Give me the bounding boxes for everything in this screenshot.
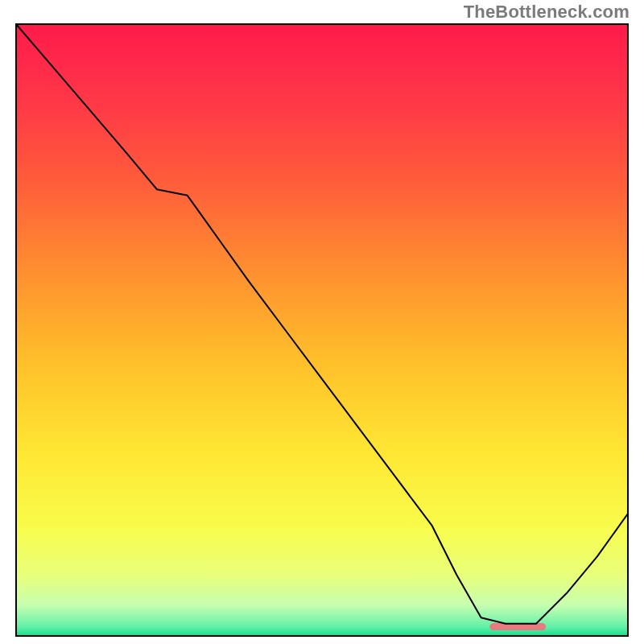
plot-background [16, 24, 628, 636]
bottleneck-chart [0, 0, 644, 644]
chart-container: TheBottleneck.com [0, 0, 644, 644]
